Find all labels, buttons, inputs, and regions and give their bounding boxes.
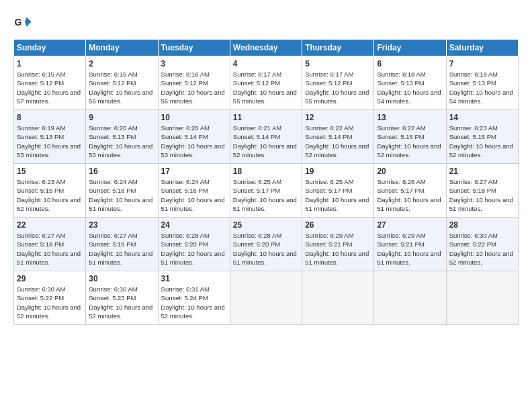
day-cell: 9 Sunrise: 6:20 AM Sunset: 5:13 PM Dayli… xyxy=(86,110,158,164)
day-cell: 18 Sunrise: 6:25 AM Sunset: 5:17 PM Dayl… xyxy=(230,164,302,218)
day-cell: 15 Sunrise: 6:23 AM Sunset: 5:15 PM Dayl… xyxy=(14,164,86,218)
day-number: 31 xyxy=(161,274,227,283)
day-number: 2 xyxy=(89,59,154,68)
day-info: Sunrise: 6:26 AM Sunset: 5:17 PM Dayligh… xyxy=(377,177,443,213)
day-cell: 29 Sunrise: 6:30 AM Sunset: 5:22 PM Dayl… xyxy=(14,271,86,325)
day-number: 27 xyxy=(377,220,443,230)
day-info: Sunrise: 6:24 AM Sunset: 5:16 PM Dayligh… xyxy=(89,177,154,213)
day-info: Sunrise: 6:31 AM Sunset: 5:24 PM Dayligh… xyxy=(161,285,227,320)
day-cell: 21 Sunrise: 6:27 AM Sunset: 5:18 PM Dayl… xyxy=(446,164,518,218)
day-number: 6 xyxy=(377,59,443,68)
day-cell: 2 Sunrise: 6:15 AM Sunset: 5:12 PM Dayli… xyxy=(86,56,158,110)
day-number: 5 xyxy=(305,59,371,68)
week-row-3: 15 Sunrise: 6:23 AM Sunset: 5:15 PM Dayl… xyxy=(14,164,519,218)
day-info: Sunrise: 6:24 AM Sunset: 5:16 PM Dayligh… xyxy=(161,177,227,213)
day-cell: 6 Sunrise: 6:18 AM Sunset: 5:13 PM Dayli… xyxy=(374,56,446,110)
day-number: 9 xyxy=(89,113,154,122)
day-cell xyxy=(230,271,302,325)
day-info: Sunrise: 6:22 AM Sunset: 5:14 PM Dayligh… xyxy=(305,124,371,159)
day-info: Sunrise: 6:27 AM Sunset: 5:18 PM Dayligh… xyxy=(449,177,515,213)
col-header-thursday: Thursday xyxy=(302,40,374,56)
day-info: Sunrise: 6:27 AM Sunset: 5:19 PM Dayligh… xyxy=(89,231,154,267)
day-info: Sunrise: 6:22 AM Sunset: 5:15 PM Dayligh… xyxy=(377,124,443,159)
day-cell: 31 Sunrise: 6:31 AM Sunset: 5:24 PM Dayl… xyxy=(158,271,230,325)
day-number: 12 xyxy=(305,113,371,122)
day-cell: 8 Sunrise: 6:19 AM Sunset: 5:13 PM Dayli… xyxy=(14,110,86,164)
day-info: Sunrise: 6:28 AM Sunset: 5:20 PM Dayligh… xyxy=(161,231,227,267)
week-row-1: 1 Sunrise: 6:15 AM Sunset: 5:12 PM Dayli… xyxy=(14,56,519,110)
day-number: 26 xyxy=(305,220,371,230)
day-info: Sunrise: 6:18 AM Sunset: 5:13 PM Dayligh… xyxy=(377,70,443,105)
day-cell: 3 Sunrise: 6:16 AM Sunset: 5:12 PM Dayli… xyxy=(158,56,230,110)
col-header-saturday: Saturday xyxy=(446,40,518,56)
day-cell: 26 Sunrise: 6:29 AM Sunset: 5:21 PM Dayl… xyxy=(302,218,374,271)
day-number: 23 xyxy=(89,220,154,230)
day-cell: 24 Sunrise: 6:28 AM Sunset: 5:20 PM Dayl… xyxy=(158,218,230,271)
day-cell: 13 Sunrise: 6:22 AM Sunset: 5:15 PM Dayl… xyxy=(374,110,446,164)
day-number: 4 xyxy=(233,59,299,68)
day-info: Sunrise: 6:30 AM Sunset: 5:23 PM Dayligh… xyxy=(89,285,154,320)
col-header-wednesday: Wednesday xyxy=(230,40,302,56)
day-cell: 14 Sunrise: 6:23 AM Sunset: 5:15 PM Dayl… xyxy=(446,110,518,164)
day-info: Sunrise: 6:17 AM Sunset: 5:12 PM Dayligh… xyxy=(233,70,299,105)
day-info: Sunrise: 6:16 AM Sunset: 5:12 PM Dayligh… xyxy=(161,70,227,105)
day-info: Sunrise: 6:23 AM Sunset: 5:15 PM Dayligh… xyxy=(17,177,83,213)
day-info: Sunrise: 6:20 AM Sunset: 5:13 PM Dayligh… xyxy=(89,124,154,159)
day-cell: 25 Sunrise: 6:28 AM Sunset: 5:20 PM Dayl… xyxy=(230,218,302,271)
day-info: Sunrise: 6:19 AM Sunset: 5:13 PM Dayligh… xyxy=(17,124,83,159)
day-cell: 22 Sunrise: 6:27 AM Sunset: 5:18 PM Dayl… xyxy=(14,218,86,271)
day-info: Sunrise: 6:18 AM Sunset: 5:13 PM Dayligh… xyxy=(449,70,515,105)
day-cell: 23 Sunrise: 6:27 AM Sunset: 5:19 PM Dayl… xyxy=(86,218,158,271)
day-number: 22 xyxy=(17,220,83,230)
day-cell: 10 Sunrise: 6:20 AM Sunset: 5:14 PM Dayl… xyxy=(158,110,230,164)
day-number: 28 xyxy=(449,220,515,230)
day-info: Sunrise: 6:30 AM Sunset: 5:22 PM Dayligh… xyxy=(17,285,83,320)
day-number: 17 xyxy=(161,167,227,176)
week-row-5: 29 Sunrise: 6:30 AM Sunset: 5:22 PM Dayl… xyxy=(14,271,519,325)
day-cell: 4 Sunrise: 6:17 AM Sunset: 5:12 PM Dayli… xyxy=(230,56,302,110)
page-header: G xyxy=(13,13,519,32)
day-cell xyxy=(446,271,518,325)
day-info: Sunrise: 6:15 AM Sunset: 5:12 PM Dayligh… xyxy=(89,70,154,105)
day-number: 25 xyxy=(233,220,299,230)
day-number: 24 xyxy=(161,220,227,230)
day-number: 18 xyxy=(233,167,299,176)
day-number: 21 xyxy=(449,167,515,176)
day-info: Sunrise: 6:27 AM Sunset: 5:18 PM Dayligh… xyxy=(17,231,83,267)
day-cell: 19 Sunrise: 6:25 AM Sunset: 5:17 PM Dayl… xyxy=(302,164,374,218)
day-number: 16 xyxy=(89,167,154,176)
day-info: Sunrise: 6:29 AM Sunset: 5:21 PM Dayligh… xyxy=(377,231,443,267)
day-cell: 28 Sunrise: 6:30 AM Sunset: 5:22 PM Dayl… xyxy=(446,218,518,271)
day-info: Sunrise: 6:21 AM Sunset: 5:14 PM Dayligh… xyxy=(233,124,299,159)
logo: G xyxy=(13,13,35,32)
day-cell: 12 Sunrise: 6:22 AM Sunset: 5:14 PM Dayl… xyxy=(302,110,374,164)
day-cell: 7 Sunrise: 6:18 AM Sunset: 5:13 PM Dayli… xyxy=(446,56,518,110)
day-number: 3 xyxy=(161,59,227,68)
day-number: 15 xyxy=(17,167,83,176)
svg-marker-1 xyxy=(25,17,32,27)
col-header-monday: Monday xyxy=(86,40,158,56)
day-cell: 17 Sunrise: 6:24 AM Sunset: 5:16 PM Dayl… xyxy=(158,164,230,218)
day-info: Sunrise: 6:15 AM Sunset: 5:12 PM Dayligh… xyxy=(17,70,83,105)
day-number: 1 xyxy=(17,59,83,68)
col-header-sunday: Sunday xyxy=(14,40,86,56)
day-info: Sunrise: 6:30 AM Sunset: 5:22 PM Dayligh… xyxy=(449,231,515,267)
day-number: 13 xyxy=(377,113,443,122)
day-number: 14 xyxy=(449,113,515,122)
day-number: 20 xyxy=(377,167,443,176)
day-number: 30 xyxy=(89,274,154,283)
day-info: Sunrise: 6:17 AM Sunset: 5:12 PM Dayligh… xyxy=(305,70,371,105)
week-row-2: 8 Sunrise: 6:19 AM Sunset: 5:13 PM Dayli… xyxy=(14,110,519,164)
day-number: 11 xyxy=(233,113,299,122)
col-header-friday: Friday xyxy=(374,40,446,56)
day-info: Sunrise: 6:20 AM Sunset: 5:14 PM Dayligh… xyxy=(161,124,227,159)
week-row-4: 22 Sunrise: 6:27 AM Sunset: 5:18 PM Dayl… xyxy=(14,218,519,271)
day-cell: 27 Sunrise: 6:29 AM Sunset: 5:21 PM Dayl… xyxy=(374,218,446,271)
logo-icon: G xyxy=(13,13,32,32)
day-number: 10 xyxy=(161,113,227,122)
day-cell: 5 Sunrise: 6:17 AM Sunset: 5:12 PM Dayli… xyxy=(302,56,374,110)
day-cell xyxy=(374,271,446,325)
day-info: Sunrise: 6:28 AM Sunset: 5:20 PM Dayligh… xyxy=(233,231,299,267)
day-cell xyxy=(302,271,374,325)
header-row: SundayMondayTuesdayWednesdayThursdayFrid… xyxy=(14,40,519,56)
